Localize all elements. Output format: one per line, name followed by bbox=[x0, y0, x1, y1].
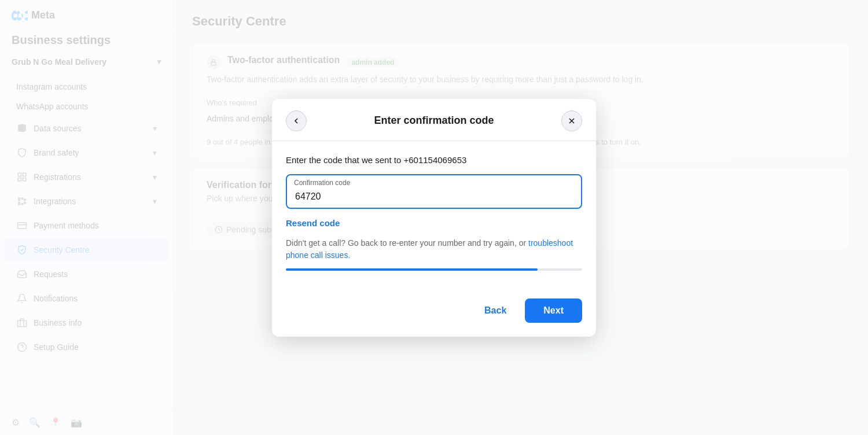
modal-header: Enter confirmation code bbox=[272, 99, 596, 141]
modal-subtitle: Enter the code that we sent to +60115406… bbox=[286, 155, 582, 165]
modal-overlay: Enter confirmation code Enter the code t… bbox=[0, 0, 868, 435]
back-button[interactable]: Back bbox=[473, 300, 518, 322]
progress-bar-fill bbox=[286, 268, 538, 271]
modal-title: Enter confirmation code bbox=[374, 115, 494, 127]
helper-text-prefix: Didn't get a call? Go back to re-enter y… bbox=[286, 238, 528, 248]
modal-footer: Back Next bbox=[272, 298, 596, 337]
helper-text: Didn't get a call? Go back to re-enter y… bbox=[286, 237, 582, 261]
modal-close-btn[interactable] bbox=[561, 110, 582, 131]
confirmation-code-modal: Enter confirmation code Enter the code t… bbox=[272, 99, 596, 337]
resend-code-link[interactable]: Resend code bbox=[286, 218, 340, 228]
confirmation-code-input[interactable] bbox=[286, 174, 582, 209]
next-button[interactable]: Next bbox=[525, 298, 582, 323]
modal-body: Enter the code that we sent to +60115406… bbox=[272, 141, 596, 298]
confirmation-code-group: Confirmation code bbox=[286, 174, 582, 209]
progress-bar-container bbox=[286, 268, 582, 271]
modal-back-arrow-btn[interactable] bbox=[286, 110, 307, 131]
